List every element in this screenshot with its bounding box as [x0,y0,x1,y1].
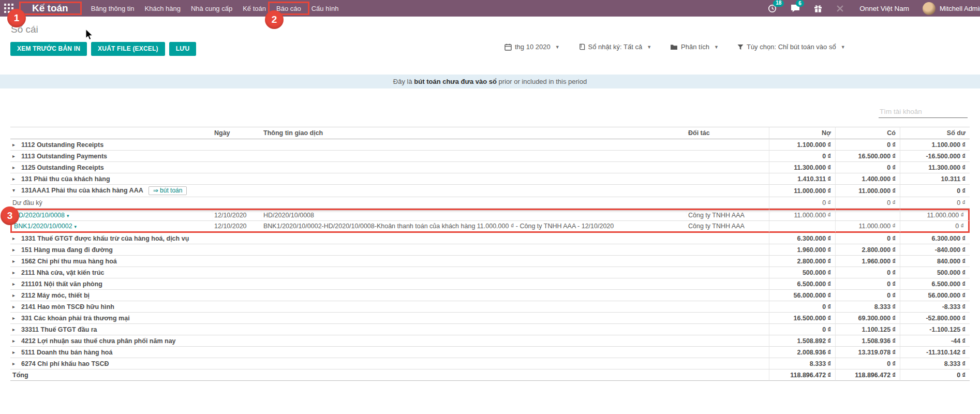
journal-filter[interactable]: Sổ nhật ký: Tất cả ▼ [578,43,651,51]
report-controls: XEM TRƯỚC BẢN IN XUẤT FILE (EXCEL) LƯU t… [0,41,980,56]
expand-toggle-icon[interactable]: ▸ [12,142,21,147]
expand-toggle-icon[interactable]: ▸ [12,153,21,159]
expand-toggle-icon[interactable]: ▸ [12,361,21,366]
entry-info-cell: BNK1/2020/10/0002-HD/2020/10/0008-Khoản … [261,221,686,233]
balance-cell: 0 ₫ [900,197,970,209]
debit-cell: 11.000.000 ₫ [769,209,835,221]
account-label[interactable]: 2141 Hao mòn TSCĐ hữu hình [21,303,114,310]
balance-cell: -8.333 ₫ [900,301,970,313]
menu-item-bao-cao[interactable]: Báo cáo 2 [271,0,306,17]
credit-cell: 0 ₫ [835,290,900,301]
balance-cell: 840.000 ₫ [900,256,970,267]
credit-cell: 2.800.000 ₫ [835,244,900,256]
col-header-account [10,127,212,139]
credit-cell: 1.508.936 ₫ [835,335,900,347]
journal-items-button[interactable]: ⇒ bút toán [149,186,187,195]
account-label[interactable]: 211101 Nội thất văn phòng [21,280,102,288]
account-label[interactable]: 4212 Lợi nhuận sau thuế chưa phân phối n… [21,337,176,345]
account-label[interactable]: 33311 Thuế GTGT đầu ra [21,326,97,333]
chevron-down-icon: ▼ [555,45,560,50]
account-row: ▸131 Phải thu của khách hàng1.410.311 ₫1… [10,173,970,185]
apps-menu-button[interactable] [0,4,18,13]
expand-toggle-icon[interactable]: ▸ [12,165,21,170]
account-label[interactable]: 131AAA1 Phải thu của khách hàng AAA [21,187,143,194]
account-row: ▸5111 Doanh thu bán hàng hoá2.008.936 ₫1… [10,347,970,358]
account-label[interactable]: 151 Hàng mua đang đi đường [21,246,113,254]
menu-item-ke-toan[interactable]: Kế toán [237,0,271,17]
entry-date-cell: 12/10/2020 [212,221,261,233]
entry-link[interactable]: BNK1/2020/10/0002▾ [14,223,77,230]
menu-item-cau-hinh[interactable]: Cấu hình [306,0,344,17]
credit-cell: 1.960.000 ₫ [835,256,900,267]
analytic-filter-label: Phân tích [681,43,709,51]
journal-entry-row: BNK1/2020/10/0002▾12/10/2020BNK1/2020/10… [10,221,970,233]
developer-tools-button[interactable] [836,5,844,12]
account-row: ▸33311 Thuế GTGT đầu ra0 ₫1.100.125 ₫-1.… [10,324,970,335]
credit-cell: 69.300.000 ₫ [835,313,900,324]
expand-toggle-icon[interactable]: ▸ [12,247,21,253]
expand-toggle-icon[interactable]: ▸ [12,292,21,298]
analytic-filter[interactable]: Phân tích ▼ [670,43,719,51]
expand-toggle-icon[interactable]: ▸ [12,327,21,332]
credit-cell: 8.333 ₫ [835,301,900,313]
expand-toggle-icon[interactable]: ▸ [12,315,21,321]
account-label[interactable]: 2112 Máy móc, thiết bị [21,292,90,299]
debit-cell: 1.508.892 ₫ [769,335,835,347]
save-button[interactable]: LƯU [169,42,197,56]
journal-filter-label: Sổ nhật ký: Tất cả [588,43,643,51]
balance-cell: -52.800.000 ₫ [900,313,970,324]
account-label[interactable]: 131 Phải thu của khách hàng [21,175,110,183]
tools-icon [836,5,844,12]
expand-toggle-icon[interactable]: ▸ [12,270,21,275]
search-input[interactable] [879,107,972,116]
debit-cell: 11.300.000 ₫ [769,162,835,173]
export-excel-button[interactable]: XUẤT FILE (EXCEL) [91,42,165,56]
account-label[interactable]: 1125 Outstanding Receipts [21,164,104,171]
debit-cell: 56.000.000 ₫ [769,290,835,301]
activities-button[interactable]: 18 [768,4,777,13]
credit-cell: 0 ₫ [835,278,900,290]
account-row: ▸4212 Lợi nhuận sau thuế chưa phân phối … [10,335,970,347]
collapse-toggle-icon[interactable]: ▾ [12,187,21,193]
expand-toggle-icon[interactable]: ▸ [12,258,21,264]
balance-cell: 6.300.000 ₫ [900,233,970,244]
expand-toggle-icon[interactable]: ▸ [12,281,21,287]
expand-toggle-icon[interactable]: ▸ [12,235,21,241]
debit-cell: 1.100.000 ₫ [769,139,835,151]
chevron-down-icon: ▾ [75,224,77,229]
expand-toggle-icon[interactable]: ▸ [12,338,21,344]
account-label[interactable]: 6274 Chi phí khấu hao TSCĐ [21,360,109,367]
credit-cell: 0 ₫ [835,267,900,278]
menu-item-bang-thong-tin[interactable]: Bảng thông tin [86,0,140,17]
account-row: ▸331 Các khoản phải trả thương mại16.500… [10,313,970,324]
app-brand-label: Kế toán [32,3,68,14]
debit-cell: 1.960.000 ₫ [769,244,835,256]
menu-item-nha-cung-cap[interactable]: Nhà cung cấp [186,0,237,17]
account-label[interactable]: 1112 Outstanding Receipts [21,141,103,149]
expand-toggle-icon[interactable]: ▸ [12,304,21,309]
expand-toggle-icon[interactable]: ▸ [12,176,21,182]
entry-link[interactable]: HD/2020/10/0008▾ [14,212,69,219]
account-row: ▸1125 Outstanding Receipts11.300.000 ₫0 … [10,162,970,173]
debit-cell: 1.410.311 ₫ [769,173,835,185]
gift-button[interactable] [814,4,822,13]
menu-item-khach-hang[interactable]: Khách hàng [140,0,186,17]
account-label[interactable]: 1331 Thuế GTGT được khấu trừ của hàng ho… [21,235,189,242]
print-preview-button[interactable]: XEM TRƯỚC BẢN IN [10,42,87,56]
account-label[interactable]: 331 Các khoản phải trả thương mại [21,315,130,322]
messages-button[interactable]: 6 [791,4,800,12]
balance-cell: 0 ₫ [900,369,970,381]
company-switcher[interactable]: Onnet Việt Nam [859,5,909,12]
user-menu[interactable]: Mitchell Admin [923,2,980,15]
total-row: Tổng118.896.472 ₫118.896.472 ₫0 ₫ [10,369,970,381]
expand-toggle-icon[interactable]: ▸ [12,349,21,355]
app-brand-ke-toan[interactable]: Kế toán 1 [26,0,75,17]
account-label[interactable]: 1113 Outstanding Payments [21,153,107,160]
date-filter[interactable]: thg 10 2020 ▼ [504,43,560,51]
balance-cell: 1.100.000 ₫ [900,139,970,151]
account-label[interactable]: 1562 Chi phí thu mua hàng hoá [21,258,117,265]
options-filter[interactable]: Tùy chọn: Chỉ bút toán vào sổ ▼ [737,43,845,51]
account-label[interactable]: 5111 Doanh thu bán hàng hoá [21,349,112,356]
user-name: Mitchell Admin [940,5,980,12]
account-label[interactable]: 2111 Nhà cửa, vật kiến trúc [21,269,105,276]
